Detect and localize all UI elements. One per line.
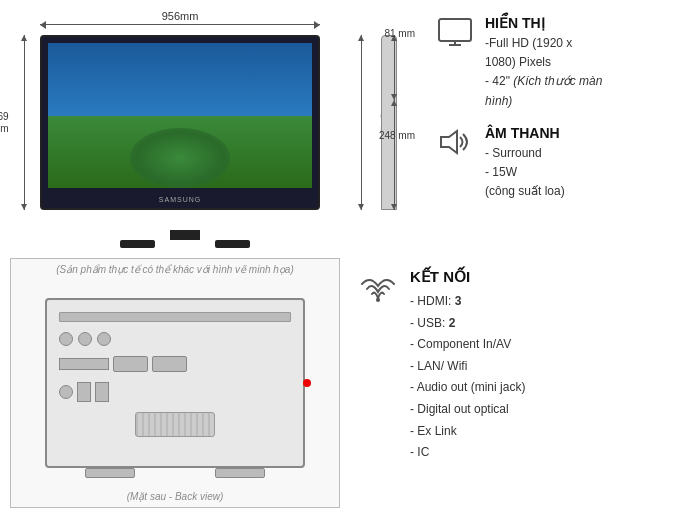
specs-section: HIỂN THỊ -Full HD (1920 x 1080) Pixels -… [415,10,686,250]
main-container: 956mm 569mm 646mm [0,0,696,522]
sound-spec-block: ÂM THANH - Surround - 15W (công suất loa… [435,125,686,202]
sound-spec-lines: - Surround - 15W (công suất loa) [485,144,565,202]
svg-rect-0 [439,19,471,41]
display-spec-block: HIỂN THỊ -Full HD (1920 x 1080) Pixels -… [435,15,686,111]
tv-screen-sky [48,43,312,116]
left-dimension-line: 569mm [24,35,25,210]
conn-line-audio: - Audio out (mini jack) [410,377,525,399]
monitor-icon [435,15,475,111]
back-diagram-note-top: (Sản phẩm thực tế có thể khác với hình v… [11,264,339,275]
sound-spec-title: ÂM THANH [485,125,565,141]
back-diagram-note-bottom: (Mặt sau - Back view) [11,491,339,502]
top-dimension: 956mm [40,24,320,25]
side-profile-diagram: 81 mm 248 mm [355,10,415,250]
tv-brand-label: SAMSUNG [159,196,201,203]
conn-line-lan: - LAN/ Wifi [410,356,525,378]
side-dim-top-label: 81 mm [384,28,415,39]
connectivity-section: KẾT NỐI - HDMI: 3 - USB: 2 - Component I… [340,258,686,508]
tv-stand-foot-right [215,240,250,248]
conn-line-component: - Component In/AV [410,334,525,356]
display-spec-content: HIỂN THỊ -Full HD (1920 x 1080) Pixels -… [485,15,602,111]
tv-stand-foot-left [120,240,155,248]
tv-screen-tree [130,128,230,188]
connectivity-title: KẾT NỐI [410,268,525,286]
tv-diagram: 956mm 569mm 646mm [10,10,350,240]
back-tv-body [45,298,305,468]
top-dimension-line: 956mm [40,24,320,25]
back-stand-bottom [45,468,305,478]
top-dimension-label: 956mm [158,10,203,22]
conn-line-hdmi: - HDMI: 3 [410,291,525,313]
conn-line-digital: - Digital out optical [410,399,525,421]
tv-screen [48,43,312,188]
wifi-icon [358,268,400,464]
red-dot-connector [303,379,311,387]
top-section: 956mm 569mm 646mm [10,10,686,250]
back-diagram: (Sản phẩm thực tế có thể khác với hình v… [10,258,340,508]
left-dimension-label: 569mm [0,111,9,135]
svg-point-4 [376,298,380,302]
connectivity-block: KẾT NỐI - HDMI: 3 - USB: 2 - Component I… [358,268,686,464]
conn-line-exlink: - Ex Link [410,421,525,443]
back-foot-right [215,468,265,478]
tv-stand [120,230,250,248]
tv-outer-frame: SAMSUNG [40,35,320,210]
bottom-section: (Sản phẩm thực tế có thể khác với hình v… [10,258,686,508]
connectivity-content: KẾT NỐI - HDMI: 3 - USB: 2 - Component I… [410,268,525,464]
sound-spec-content: ÂM THANH - Surround - 15W (công suất loa… [485,125,565,202]
speaker-icon [435,125,475,202]
display-spec-line1: -Full HD (1920 x 1080) Pixels - 42" (Kíc… [485,34,602,111]
display-spec-title: HIỂN THỊ [485,15,602,31]
svg-marker-3 [441,131,457,153]
left-dimension: 569mm [24,35,25,210]
conn-line-usb: - USB: 2 [410,313,525,335]
tv-stand-base [120,240,250,248]
conn-line-ic: - IC [410,442,525,464]
back-foot-left [85,468,135,478]
side-dim-bottom-label: 248 mm [379,130,415,141]
tv-stand-neck [170,230,200,240]
